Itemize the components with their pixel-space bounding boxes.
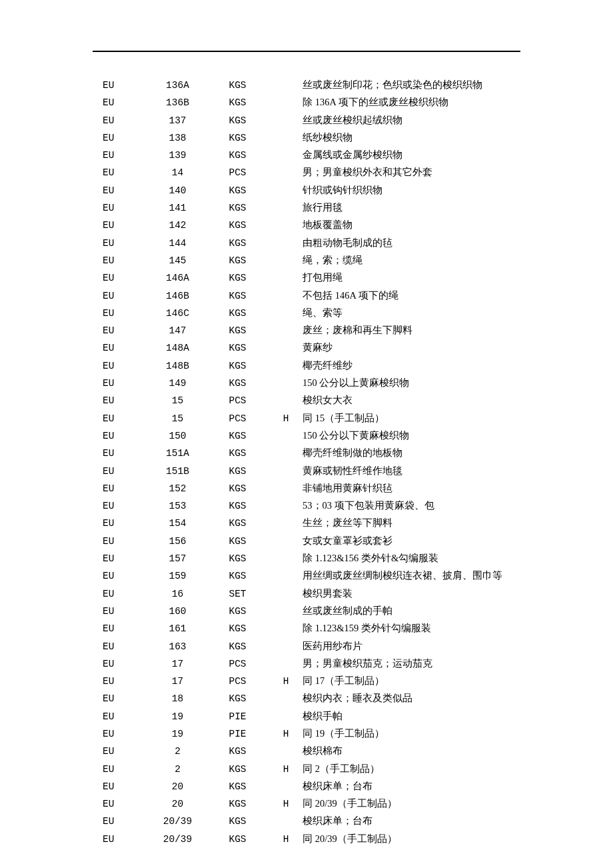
- cell-c1: EU: [103, 553, 149, 564]
- table-row: EU15PCS梭织女大衣: [103, 394, 502, 411]
- table-row: EU159KGS用丝绸或废丝绸制梭织连衣裙、披肩、围巾等: [103, 569, 502, 587]
- cell-c3: KGS: [206, 816, 269, 827]
- table-row: EU149KGS150 公分以上黄麻梭织物: [103, 377, 502, 394]
- cell-c2: 154: [149, 518, 206, 529]
- cell-c5: 梭织棉布: [303, 745, 342, 757]
- cell-c3: PIE: [206, 711, 269, 722]
- cell-c1: EU: [103, 746, 149, 757]
- cell-c1: EU: [103, 395, 149, 406]
- cell-c1: EU: [103, 693, 149, 704]
- cell-c2: 161: [149, 623, 206, 634]
- cell-c2: 151B: [149, 466, 206, 477]
- cell-c3: KGS: [206, 746, 269, 757]
- cell-c5: 地板覆盖物: [303, 219, 352, 231]
- cell-c2: 145: [149, 255, 206, 266]
- table-row: EU136AKGS丝或废丝制印花；色织或染色的梭织织物: [103, 79, 502, 96]
- cell-c3: KGS: [206, 361, 269, 371]
- table-row: EU136BKGS除 136A 项下的丝或废丝梭织织物: [103, 96, 502, 113]
- cell-c2: 137: [149, 115, 206, 126]
- cell-c3: KGS: [206, 466, 269, 477]
- cell-c1: EU: [103, 589, 149, 599]
- cell-c1: EU: [103, 799, 149, 809]
- table-row: EU146CKGS绳、索等: [103, 307, 502, 324]
- table-row: EU140KGS针织或钩针织织物: [103, 184, 502, 201]
- table-row: EU161KGS除 1.123&159 类外针勾编服装: [103, 622, 502, 639]
- cell-c5: 针织或钩针织织物: [303, 184, 382, 197]
- cell-c5: 女或女童罩衫或套衫: [303, 535, 392, 547]
- cell-c1: EU: [103, 448, 149, 459]
- cell-c2: 157: [149, 553, 206, 564]
- table-row: EU156KGS女或女童罩衫或套衫: [103, 535, 502, 552]
- cell-c2: 18: [149, 693, 206, 704]
- cell-c5: 同 2（手工制品）: [303, 763, 380, 775]
- table-row: EU147KGS废丝；废棉和再生下脚料: [103, 324, 502, 341]
- cell-c3: KGS: [206, 308, 269, 319]
- cell-c4: H: [269, 764, 303, 775]
- cell-c1: EU: [103, 676, 149, 687]
- horizontal-rule: [93, 51, 520, 52]
- table-row: EU141KGS旅行用毯: [103, 201, 502, 219]
- cell-c2: 146C: [149, 308, 206, 319]
- cell-c5: 53；03 项下包装用黄麻袋、包: [303, 499, 434, 512]
- cell-c2: 148A: [149, 343, 206, 353]
- data-table: EU136AKGS丝或废丝制印花；色织或染色的梭织织物EU136BKGS除 13…: [103, 79, 502, 850]
- cell-c5: 150 公分以上黄麻梭织物: [303, 377, 409, 389]
- cell-c2: 151A: [149, 448, 206, 459]
- table-row: EU151AKGS椰壳纤维制做的地板物: [103, 447, 502, 464]
- cell-c3: KGS: [206, 133, 269, 143]
- cell-c4: H: [269, 729, 303, 739]
- cell-c3: KGS: [206, 483, 269, 494]
- cell-c3: PCS: [206, 395, 269, 406]
- cell-c1: EU: [103, 133, 149, 143]
- table-row: EU138KGS纸纱梭织物: [103, 131, 502, 149]
- table-row: EU15PCSH同 15（手工制品）: [103, 412, 502, 429]
- table-row: EU146AKGS打包用绳: [103, 271, 502, 289]
- cell-c1: EU: [103, 764, 149, 775]
- cell-c1: EU: [103, 378, 149, 389]
- cell-c2: 14: [149, 167, 206, 178]
- cell-c5: 由粗动物毛制成的毡: [303, 237, 392, 249]
- cell-c1: EU: [103, 203, 149, 213]
- cell-c5: 梭织床单；台布: [303, 815, 372, 827]
- document-page: EU136AKGS丝或废丝制印花；色织或染色的梭织织物EU136BKGS除 13…: [0, 0, 613, 868]
- cell-c1: EU: [103, 361, 149, 371]
- cell-c5: 梭织男套装: [303, 587, 352, 600]
- cell-c5: 打包用绳: [303, 271, 342, 284]
- cell-c5: 除 1.123&159 类外针勾编服装: [303, 622, 431, 635]
- table-row: EU146BKGS不包括 146A 项下的绳: [103, 289, 502, 307]
- cell-c3: KGS: [206, 115, 269, 126]
- cell-c3: KGS: [206, 343, 269, 353]
- table-row: EU152KGS非铺地用黄麻针织毡: [103, 482, 502, 499]
- cell-c2: 146B: [149, 291, 206, 301]
- cell-c3: KGS: [206, 255, 269, 266]
- cell-c3: KGS: [206, 693, 269, 704]
- table-row: EU137KGS丝或废丝梭织起绒织物: [103, 114, 502, 131]
- cell-c5: 椰壳纤维制做的地板物: [303, 447, 402, 459]
- cell-c2: 19: [149, 729, 206, 739]
- cell-c1: EU: [103, 641, 149, 652]
- table-row: EU144KGS由粗动物毛制成的毡: [103, 237, 502, 254]
- cell-c1: EU: [103, 220, 149, 231]
- cell-c1: EU: [103, 501, 149, 511]
- cell-c5: 黄麻或韧性纤维作地毯: [303, 465, 402, 477]
- table-row: EU20KGS梭织床单；台布: [103, 780, 502, 797]
- table-row: EU19PIE梭织手帕: [103, 710, 502, 727]
- cell-c2: 148B: [149, 361, 206, 371]
- table-row: EU20/39KGSH同 20/39（手工制品）: [103, 833, 502, 850]
- table-row: EU2KGSH同 2（手工制品）: [103, 763, 502, 780]
- cell-c1: EU: [103, 325, 149, 336]
- table-row: EU14PCS男；男童梭织外衣和其它外套: [103, 166, 502, 183]
- cell-c3: PIE: [206, 729, 269, 739]
- cell-c3: KGS: [206, 431, 269, 441]
- cell-c3: KGS: [206, 150, 269, 161]
- table-row: EU154KGS生丝；废丝等下脚料: [103, 517, 502, 534]
- cell-c2: 138: [149, 133, 206, 143]
- cell-c2: 150: [149, 431, 206, 441]
- cell-c5: 旅行用毯: [303, 201, 342, 214]
- cell-c3: KGS: [206, 606, 269, 617]
- cell-c3: KGS: [206, 834, 269, 845]
- cell-c5: 同 17（手工制品）: [303, 675, 384, 687]
- cell-c2: 2: [149, 746, 206, 757]
- cell-c2: 136B: [149, 97, 206, 108]
- cell-c3: KGS: [206, 623, 269, 634]
